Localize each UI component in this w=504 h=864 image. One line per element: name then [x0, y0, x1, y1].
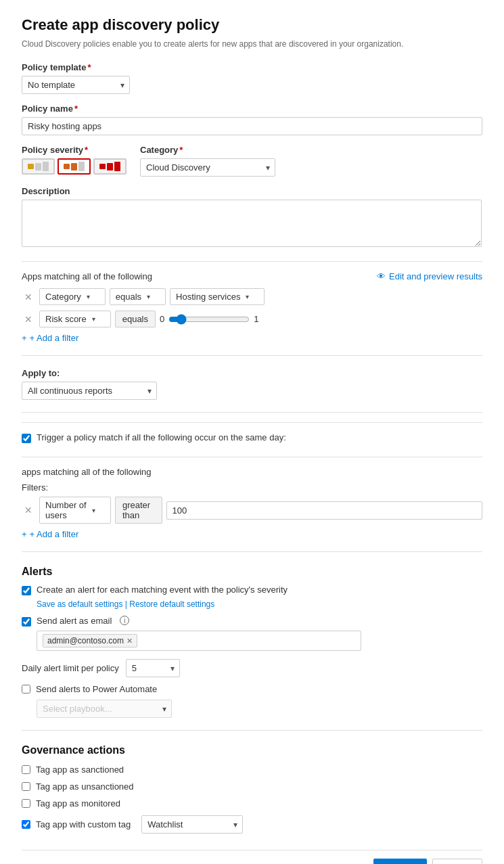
- severity-low-btn[interactable]: [22, 158, 55, 175]
- trigger-filter-field-dropdown[interactable]: Number of users ▾: [39, 497, 111, 524]
- page-subtitle: Cloud Discovery policies enable you to c…: [22, 39, 482, 49]
- custom-tag-select[interactable]: Watchlist: [141, 815, 243, 834]
- filters-title: Apps matching all of the following: [22, 271, 152, 281]
- filter-2-max-label: 1: [254, 314, 258, 324]
- filter-1-value-dropdown[interactable]: Hosting services ▾: [170, 288, 265, 305]
- save-default-link[interactable]: Save as default settings: [37, 599, 122, 609]
- trigger-filters-label: Filters:: [22, 482, 482, 493]
- severity-medium-btn[interactable]: [58, 158, 91, 175]
- filter-row-2: ✕ Risk score ▾ equals 0 1: [22, 311, 482, 327]
- restore-default-link[interactable]: Restore default settings: [129, 599, 214, 609]
- filter-2-field-dropdown[interactable]: Risk score ▾: [39, 311, 111, 327]
- filter-2-slider[interactable]: [168, 314, 250, 325]
- filter-1-remove-btn[interactable]: ✕: [22, 290, 35, 304]
- email-tag-input[interactable]: admin@contoso.com ✕: [37, 631, 361, 651]
- footer-buttons: Create Cancel: [373, 859, 483, 864]
- filter-row-1: ✕ Category ▾ equals ▾ Hosting services ▾: [22, 288, 482, 305]
- cancel-button[interactable]: Cancel: [432, 859, 482, 864]
- trigger-sub-title: apps matching all of the following: [22, 467, 482, 477]
- trigger-checkbox-row: Trigger a policy match if all the follow…: [22, 432, 482, 443]
- playbook-select[interactable]: Select playbook...: [37, 700, 172, 718]
- severity-options: [22, 158, 127, 175]
- power-automate-label: Send alerts to Power Automate: [36, 684, 157, 694]
- daily-limit-row: Daily alert limit per policy 5: [22, 659, 482, 677]
- gov-label-0: Tag app as sanctioned: [36, 765, 124, 775]
- playbook-select-wrapper: Select playbook...: [37, 700, 482, 718]
- gov-row-2: Tag app as monitored: [22, 798, 482, 809]
- description-textarea[interactable]: [22, 200, 482, 247]
- trigger-label: Trigger a policy match if all the follow…: [37, 432, 286, 442]
- daily-limit-label: Daily alert limit per policy: [22, 663, 119, 673]
- gov-row-0: Tag app as sanctioned: [22, 765, 482, 775]
- power-automate-checkbox[interactable]: [22, 685, 30, 694]
- create-alert-checkbox[interactable]: [22, 586, 31, 595]
- trigger-filter-value-input[interactable]: [166, 501, 483, 520]
- governance-title: Governance actions: [22, 744, 482, 756]
- trigger-filter-operator: greater than: [115, 497, 162, 524]
- filter-1-field-dropdown[interactable]: Category ▾: [39, 288, 106, 305]
- apply-to-select[interactable]: All continuous reports: [22, 382, 157, 400]
- add-filter-1-btn[interactable]: + + Add a filter: [22, 333, 78, 343]
- category-label: Category*: [140, 145, 275, 155]
- eye-icon: 👁: [377, 271, 386, 281]
- category-select[interactable]: Cloud Discovery: [140, 158, 275, 177]
- send-email-label: Send alert as email: [37, 616, 112, 626]
- filter-2-slider-container: 0 1: [160, 314, 258, 325]
- policy-name-input[interactable]: [22, 117, 482, 135]
- gov-row-3: Tag app with custom tag Watchlist: [22, 815, 482, 834]
- email-tag-input-wrapper: admin@contoso.com ✕: [37, 631, 482, 651]
- trigger-filter-row: ✕ Number of users ▾ greater than: [22, 497, 482, 524]
- plus-icon-2: +: [22, 529, 27, 539]
- daily-limit-select[interactable]: 5: [126, 659, 180, 677]
- policy-template-label: Policy template*: [22, 62, 482, 72]
- filter-2-min-label: 0: [160, 314, 164, 324]
- create-alert-row: Create an alert for each matching event …: [22, 585, 482, 595]
- gov-label-1: Tag app as unsanctioned: [36, 781, 134, 792]
- policy-template-select[interactable]: No template: [22, 76, 130, 94]
- gov-checkbox-1[interactable]: [22, 782, 30, 791]
- filter-1-operator-dropdown[interactable]: equals ▾: [110, 288, 166, 305]
- trigger-checkbox[interactable]: [22, 434, 31, 443]
- power-automate-row: Send alerts to Power Automate: [22, 684, 482, 694]
- email-tag-remove-btn[interactable]: ✕: [127, 637, 133, 645]
- footer-bar: We secure your data as described in our …: [22, 850, 482, 864]
- filter-2-remove-btn[interactable]: ✕: [22, 313, 35, 326]
- alerts-title: Alerts: [22, 566, 482, 578]
- create-alert-label: Create an alert for each matching event …: [37, 585, 288, 595]
- severity-high-btn[interactable]: [93, 158, 127, 175]
- send-email-checkbox[interactable]: [22, 617, 31, 627]
- apply-to-label: Apply to:: [22, 368, 482, 378]
- gov-checkbox-2[interactable]: [22, 799, 30, 808]
- filters-header: Apps matching all of the following 👁 Edi…: [22, 271, 482, 281]
- gov-label-2: Tag app as monitored: [36, 798, 120, 809]
- edit-preview-link[interactable]: 👁 Edit and preview results: [377, 271, 482, 281]
- filter-2-operator: equals: [115, 311, 156, 327]
- plus-icon-1: +: [22, 333, 27, 343]
- email-tag-item: admin@contoso.com ✕: [43, 634, 137, 647]
- gov-label-3: Tag app with custom tag: [36, 819, 131, 829]
- add-filter-2-btn[interactable]: + + Add a filter: [22, 529, 78, 539]
- create-button[interactable]: Create: [373, 859, 427, 864]
- gov-checkbox-3[interactable]: [22, 820, 30, 829]
- description-label: Description: [22, 186, 482, 196]
- page-title: Create app discovery policy: [22, 16, 482, 34]
- gov-checkbox-0[interactable]: [22, 765, 30, 774]
- trigger-filter-remove-btn[interactable]: ✕: [22, 503, 35, 517]
- save-restore-links: Save as default settings | Restore defau…: [37, 599, 482, 609]
- policy-severity-label: Policy severity*: [22, 145, 127, 155]
- gov-row-1: Tag app as unsanctioned: [22, 781, 482, 792]
- send-email-info-icon: i: [120, 616, 129, 625]
- send-email-row: Send alert as email i: [22, 616, 482, 627]
- policy-name-label: Policy name*: [22, 104, 482, 114]
